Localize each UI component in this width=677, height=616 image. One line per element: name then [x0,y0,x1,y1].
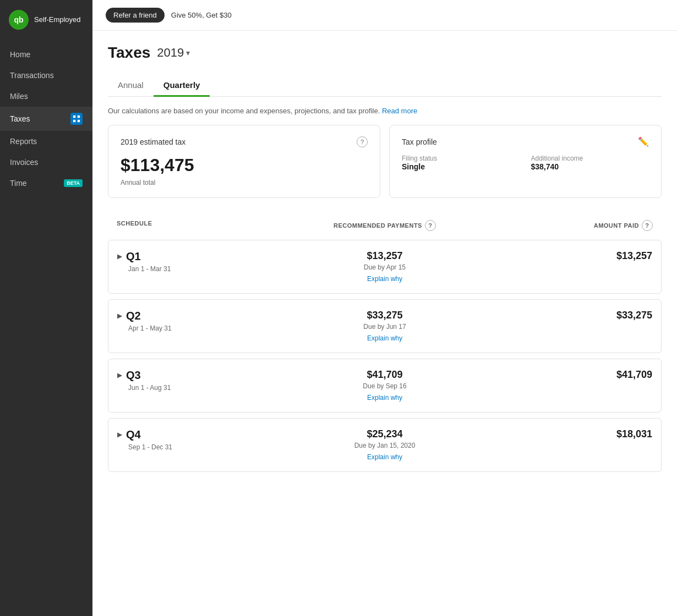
q4-label: ▶ Q4 [117,428,296,441]
col-paid: AMOUNT PAID ? [474,220,653,231]
sidebar-item-transactions[interactable]: Transactions [0,65,92,86]
beta-badge: BETA [64,179,83,187]
q4-recommended: $25,234 [296,428,474,440]
q1-recommended: $13,257 [296,250,474,262]
q1-due-date: Due by Apr 15 [296,263,474,271]
table-row: ▶ Q2 Apr 1 - May 31 $33,275 Due by Jun 1… [108,299,662,353]
svg-rect-0 [73,116,75,118]
tax-profile-edit-icon[interactable]: ✏️ [638,136,649,147]
q3-arrow-icon[interactable]: ▶ [117,372,122,379]
q3-amount-paid: $41,709 [474,369,652,381]
q3-label: ▶ Q3 [117,369,296,382]
q1-payment: $13,257 Due by Apr 15 Explain why [296,250,474,283]
main-content: Refer a friend Give 50%, Get $30 Taxes 2… [92,0,677,616]
q1-dates: Jan 1 - Mar 31 [128,265,296,273]
table-row: ▶ Q4 Sep 1 - Dec 31 $25,234 Due by Jan 1… [108,418,662,472]
year-selector[interactable]: 2019 ▾ [157,46,190,60]
table-row: ▶ Q3 Jun 1 - Aug 31 $41,709 Due by Sep 1… [108,359,662,413]
q2-explain-link[interactable]: Explain why [367,334,402,342]
taxes-grid-icon [70,113,83,125]
q1-explain-link[interactable]: Explain why [367,275,402,283]
q4-info: ▶ Q4 Sep 1 - Dec 31 [117,428,296,451]
refer-button[interactable]: Refer a friend [106,8,165,23]
q2-recommended: $33,275 [296,310,474,321]
q2-due-date: Due by Jun 17 [296,323,474,331]
read-more-link[interactable]: Read more [382,107,417,115]
page-content: Taxes 2019 ▾ Annual Quarterly Our calcul… [92,31,677,491]
page-title: Taxes [108,44,150,62]
sidebar-item-reports[interactable]: Reports [0,131,92,152]
estimated-tax-info-icon[interactable]: ? [357,136,368,147]
sidebar-brand-label: Self-Employed [34,15,81,25]
q2-payment: $33,275 Due by Jun 17 Explain why [296,310,474,343]
estimated-tax-title: 2019 estimated tax [121,138,185,146]
q1-amount-paid: $13,257 [474,250,652,262]
page-title-row: Taxes 2019 ▾ [108,44,662,62]
filing-status-value: Single [402,162,520,171]
tax-profile-title: Tax profile [402,138,437,146]
q3-due-date: Due by Sep 16 [296,382,474,390]
amount-paid-info-icon[interactable]: ? [642,220,653,231]
sidebar-logo: qb Self-Employed [0,0,92,40]
q4-amount-paid: $18,031 [474,428,652,440]
sidebar-item-taxes[interactable]: Taxes [0,107,92,131]
estimated-tax-subtitle: Annual total [121,179,368,186]
q4-arrow-icon[interactable]: ▶ [117,431,122,438]
svg-rect-3 [78,120,80,122]
q1-info: ▶ Q1 Jan 1 - Mar 31 [117,250,296,273]
tab-quarterly[interactable]: Quarterly [154,75,210,97]
recommended-payments-info-icon[interactable]: ? [425,220,436,231]
qb-logo-icon: qb [9,10,29,30]
sidebar-item-home[interactable]: Home [0,44,92,65]
sidebar-item-invoices[interactable]: Invoices [0,152,92,173]
schedule-table-header: SCHEDULE RECOMMENDED PAYMENTS ? AMOUNT P… [108,216,662,235]
q2-info: ▶ Q2 Apr 1 - May 31 [117,310,296,332]
filing-status-label: Filing status [402,155,520,162]
q3-explain-link[interactable]: Explain why [367,394,402,402]
additional-income-section: Additional income $38,740 [531,155,649,171]
info-text: Our calculations are based on your incom… [108,107,662,115]
col-schedule: SCHEDULE [117,220,296,231]
tabs: Annual Quarterly [108,75,662,97]
table-row: ▶ Q1 Jan 1 - Mar 31 $13,257 Due by Apr 1… [108,240,662,294]
year-value: 2019 [157,46,184,60]
filing-status-section: Filing status Single [402,155,520,171]
sidebar: qb Self-Employed Home Transactions Miles… [0,0,92,616]
q2-amount-paid: $33,275 [474,310,652,321]
tax-profile-header: Tax profile ✏️ [402,136,649,147]
tab-annual[interactable]: Annual [108,75,154,97]
year-chevron-icon: ▾ [186,48,190,57]
additional-income-label: Additional income [531,155,649,162]
svg-rect-1 [78,116,80,118]
sidebar-nav: Home Transactions Miles Taxes Reports In… [0,44,92,194]
sidebar-item-time[interactable]: Time BETA [0,173,92,194]
q2-arrow-icon[interactable]: ▶ [117,312,122,320]
q1-arrow-icon[interactable]: ▶ [117,253,122,260]
profile-grid: Filing status Single Additional income $… [402,155,649,171]
q1-label: ▶ Q1 [117,250,296,263]
estimated-tax-card: 2019 estimated tax ? $113,475 Annual tot… [108,125,380,198]
estimated-tax-amount: $113,475 [121,155,368,175]
cards-row: 2019 estimated tax ? $113,475 Annual tot… [108,125,662,198]
svg-rect-2 [73,120,75,122]
q3-info: ▶ Q3 Jun 1 - Aug 31 [117,369,296,392]
sidebar-item-miles[interactable]: Miles [0,86,92,107]
q3-dates: Jun 1 - Aug 31 [128,384,296,392]
card-header: 2019 estimated tax ? [121,136,368,147]
tax-profile-card: Tax profile ✏️ Filing status Single Addi… [389,125,662,198]
q4-dates: Sep 1 - Dec 31 [128,443,296,451]
q3-recommended: $41,709 [296,369,474,381]
q2-dates: Apr 1 - May 31 [128,324,296,332]
col-payments: RECOMMENDED PAYMENTS ? [296,220,474,231]
q4-payment: $25,234 Due by Jan 15, 2020 Explain why [296,428,474,461]
q4-due-date: Due by Jan 15, 2020 [296,442,474,449]
q3-payment: $41,709 Due by Sep 16 Explain why [296,369,474,402]
additional-income-value: $38,740 [531,162,649,171]
q4-explain-link[interactable]: Explain why [367,453,402,461]
top-bar: Refer a friend Give 50%, Get $30 [92,0,677,31]
schedule-table: SCHEDULE RECOMMENDED PAYMENTS ? AMOUNT P… [108,216,662,472]
q2-label: ▶ Q2 [117,310,296,322]
refer-text: Give 50%, Get $30 [171,11,232,19]
